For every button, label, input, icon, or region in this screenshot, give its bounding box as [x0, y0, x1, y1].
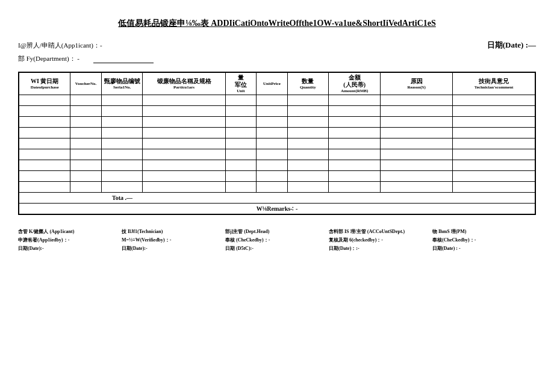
main-table: WI 黄日期 Dateofpurchase VoucherNo. 甄廖物品编號 … — [18, 72, 536, 215]
sig-applicant: 含管 K/健擲人 (App1icant) 申溏爸署(App1iedby)：- 日… — [18, 228, 122, 254]
data-row — [19, 128, 535, 138]
col-voucher: VoucherNo. — [70, 72, 101, 95]
sig-depthead: 部j]主管 (Dept.Head) 奉核 (CheCkedby)：- 日期 (D… — [225, 228, 329, 254]
remarks-row: W⅛Remarks-∶ - — [19, 204, 535, 214]
col-particulars: 锻廉物品名稱及规格 Particu1ars — [143, 72, 225, 95]
header-row: WI 黄日期 Dateofpurchase VoucherNo. 甄廖物品编號 … — [19, 72, 535, 95]
form-page: 低值易耗品锻座申⅛‰表 ADDIiCatiOntoWriteOffthe1OW-… — [18, 18, 536, 254]
sig-pm: 物 IhmS 理(PM) 奉核(CheCkedby)：- 日期(Date) : … — [432, 228, 536, 254]
data-row — [19, 149, 535, 160]
data-row — [19, 95, 535, 106]
signature-block: 含管 K/健擲人 (App1icant) 申溏爸署(App1iedby)：- 日… — [18, 228, 536, 254]
sig-technician: 技 IlJf1(Technician) M=½≡W(Verifiedby)：- … — [122, 228, 225, 254]
date-label: 日期(Date) :— — [487, 40, 536, 51]
col-unit: 量 军位 Unit — [225, 72, 256, 95]
header-row-1: I@辨人/申睛人(App1icant)：- 日期(Date) :— — [18, 40, 536, 51]
applicant-label: I@辨人/申睛人(App1icant)：- — [18, 41, 102, 50]
data-row — [19, 182, 535, 193]
col-serial: 甄廖物品编號 Seria1No. — [101, 72, 143, 95]
col-qty: 数量 Quantity — [287, 72, 329, 95]
col-amount: 金额 (人民蒂) Amount(RMB) — [329, 72, 381, 95]
data-row — [19, 117, 535, 128]
sig-accounts: 含料部 IS 理/主管 (ACCoUntSDept.) 复核及期 6(check… — [329, 228, 432, 254]
col-date: WI 黄日期 Dateofpurchase — [19, 72, 70, 95]
col-unitprice: UnitPrice — [257, 72, 287, 95]
col-tech: 技街具意兄 Technician'scomment — [453, 72, 535, 95]
dept-row: 部 Fy(Department)： - — [18, 54, 536, 63]
dept-blank-line — [93, 63, 154, 63]
dept-label: 部 Fy(Department)： - — [18, 55, 79, 62]
remarks-cell: W⅛Remarks-∶ - — [19, 204, 535, 214]
data-row — [19, 138, 535, 149]
form-title: 低值易耗品锻座申⅛‰表 ADDIiCatiOntoWriteOffthe1OW-… — [18, 18, 536, 29]
data-row — [19, 171, 535, 182]
data-row — [19, 160, 535, 171]
total-label: Tota .— — [19, 193, 225, 204]
col-reason: 原因 Reason(S) — [381, 72, 453, 95]
total-row: Tota .— — [19, 193, 535, 204]
data-row — [19, 106, 535, 117]
